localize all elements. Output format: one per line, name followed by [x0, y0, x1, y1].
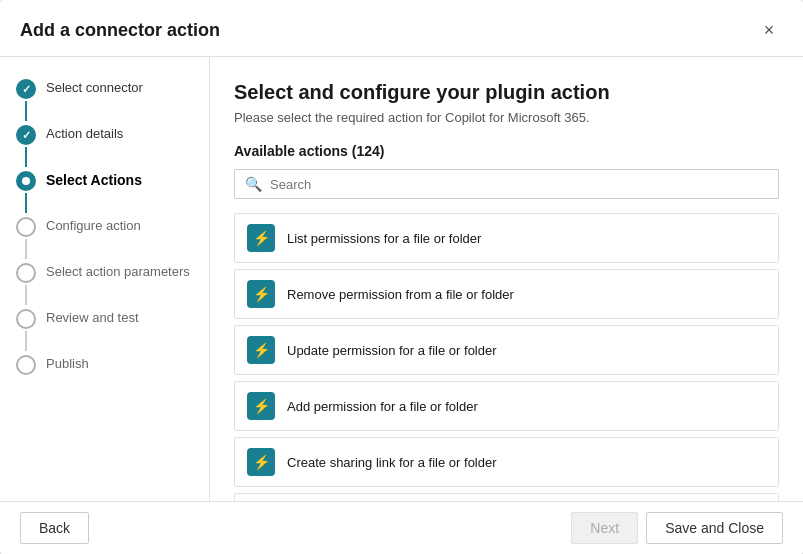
step-circle-select-connector: ✓	[16, 79, 36, 99]
connector-icon: ⚡	[253, 286, 270, 302]
step-label-publish: Publish	[46, 354, 89, 371]
action-item-create-sharing-link[interactable]: ⚡Create sharing link for a file or folde…	[234, 437, 779, 487]
step-label-action-details: Action details	[46, 124, 123, 141]
save-close-button[interactable]: Save and Close	[646, 512, 783, 544]
sidebar-step-publish[interactable]: Publish	[16, 353, 209, 375]
back-button[interactable]: Back	[20, 512, 89, 544]
action-item-list-permissions[interactable]: ⚡List permissions for a file or folder	[234, 213, 779, 263]
action-item-render-item-attachment-thumbnail[interactable]: ⚡Render item attachment thumbnail, with …	[234, 493, 779, 501]
step-label-configure-action: Configure action	[46, 216, 141, 233]
step-circle-configure-action	[16, 217, 36, 237]
main-title: Select and configure your plugin action	[234, 81, 779, 104]
main-content: Select and configure your plugin action …	[210, 57, 803, 501]
sidebar-step-select-actions: Select Actions	[16, 169, 209, 215]
footer-right-buttons: Next Save and Close	[571, 512, 783, 544]
action-item-update-permission[interactable]: ⚡Update permission for a file or folder	[234, 325, 779, 375]
step-circle-publish	[16, 355, 36, 375]
close-button[interactable]: ×	[755, 16, 783, 44]
action-icon-create-sharing-link: ⚡	[247, 448, 275, 476]
step-label-select-action-parameters: Select action parameters	[46, 262, 190, 279]
main-subtitle: Please select the required action for Co…	[234, 110, 779, 125]
step-connector-select-action-parameters	[25, 285, 27, 305]
step-label-review-and-test: Review and test	[46, 308, 139, 325]
close-icon: ×	[764, 20, 775, 41]
active-dot	[22, 177, 30, 185]
action-icon-list-permissions: ⚡	[247, 224, 275, 252]
action-icon-update-permission: ⚡	[247, 336, 275, 364]
step-circle-review-and-test	[16, 309, 36, 329]
action-icon-remove-permission: ⚡	[247, 280, 275, 308]
dialog-title: Add a connector action	[20, 20, 220, 41]
step-connector-action-details	[25, 147, 27, 167]
next-button: Next	[571, 512, 638, 544]
action-label-update-permission: Update permission for a file or folder	[287, 343, 497, 358]
step-label-select-connector: Select connector	[46, 78, 143, 95]
sidebar: ✓Select connector✓Action detailsSelect A…	[0, 57, 210, 501]
action-icon-add-permission: ⚡	[247, 392, 275, 420]
step-connector-select-connector	[25, 101, 27, 121]
step-label-select-actions: Select Actions	[46, 170, 142, 188]
add-connector-action-dialog: Add a connector action × ✓Select connect…	[0, 0, 803, 554]
sidebar-step-review-and-test[interactable]: Review and test	[16, 307, 209, 353]
sidebar-step-configure-action[interactable]: Configure action	[16, 215, 209, 261]
connector-icon: ⚡	[253, 398, 270, 414]
step-connector-configure-action	[25, 239, 27, 259]
action-label-add-permission: Add permission for a file or folder	[287, 399, 478, 414]
search-input[interactable]	[270, 177, 768, 192]
step-connector-review-and-test	[25, 331, 27, 351]
dialog-body: ✓Select connector✓Action detailsSelect A…	[0, 57, 803, 501]
sidebar-step-select-connector[interactable]: ✓Select connector	[16, 77, 209, 123]
dialog-footer: Back Next Save and Close	[0, 501, 803, 554]
action-item-add-permission[interactable]: ⚡Add permission for a file or folder	[234, 381, 779, 431]
action-list: ⚡List permissions for a file or folder⚡R…	[234, 213, 779, 501]
sidebar-step-select-action-parameters[interactable]: Select action parameters	[16, 261, 209, 307]
dialog-header: Add a connector action ×	[0, 0, 803, 57]
check-icon: ✓	[22, 83, 31, 96]
check-icon: ✓	[22, 129, 31, 142]
action-label-list-permissions: List permissions for a file or folder	[287, 231, 481, 246]
step-circle-select-actions	[16, 171, 36, 191]
step-connector-select-actions	[25, 193, 27, 213]
search-box: 🔍	[234, 169, 779, 199]
action-item-remove-permission[interactable]: ⚡Remove permission from a file or folder	[234, 269, 779, 319]
action-label-remove-permission: Remove permission from a file or folder	[287, 287, 514, 302]
connector-icon: ⚡	[253, 342, 270, 358]
action-label-create-sharing-link: Create sharing link for a file or folder	[287, 455, 497, 470]
available-actions-label: Available actions (124)	[234, 143, 779, 159]
connector-icon: ⚡	[253, 454, 270, 470]
search-icon: 🔍	[245, 176, 262, 192]
step-circle-action-details: ✓	[16, 125, 36, 145]
step-circle-select-action-parameters	[16, 263, 36, 283]
sidebar-step-action-details[interactable]: ✓Action details	[16, 123, 209, 169]
connector-icon: ⚡	[253, 230, 270, 246]
